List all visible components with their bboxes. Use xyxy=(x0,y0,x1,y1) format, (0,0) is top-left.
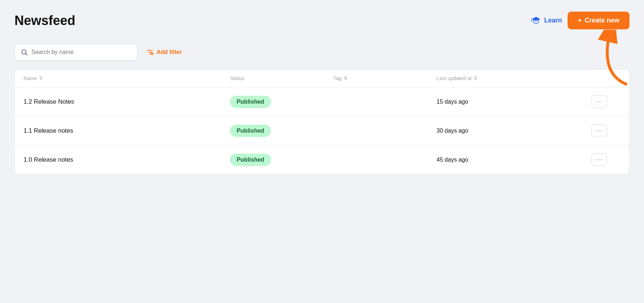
col-header-actions xyxy=(591,75,620,81)
table-header: Name ⇅ Status Tag ⇅ Last updated at ⇅ xyxy=(15,70,629,87)
sort-icon-name[interactable]: ⇅ xyxy=(39,76,43,81)
status-badge-1: Published xyxy=(230,125,333,137)
learn-label: Learn xyxy=(544,17,562,24)
search-input[interactable] xyxy=(32,49,131,55)
search-box[interactable] xyxy=(14,44,138,61)
svg-line-2 xyxy=(26,54,28,55)
row-name-1: 1.1 Release notes xyxy=(24,127,230,134)
col-header-status: Status xyxy=(230,75,333,81)
table-row: 1.0 Release notes Published 45 days ago … xyxy=(15,145,629,174)
plus-icon: + xyxy=(578,17,582,24)
col-header-last-updated: Last updated at ⇅ xyxy=(436,75,591,81)
learn-button[interactable]: Learn xyxy=(531,16,562,26)
sort-icon-tag[interactable]: ⇅ xyxy=(344,76,347,81)
more-button-0[interactable]: ··· xyxy=(591,95,607,108)
sort-icon-last-updated[interactable]: ⇅ xyxy=(474,76,477,81)
create-new-button[interactable]: + Create new xyxy=(568,12,630,29)
create-new-label: Create new xyxy=(585,17,619,24)
actions-0: ··· xyxy=(591,95,620,108)
row-name-2: 1.0 Release notes xyxy=(24,156,230,163)
col-header-tag: Tag ⇅ xyxy=(333,75,436,81)
table-row: 1.2 Release Notes Published 15 days ago … xyxy=(15,87,629,116)
add-filter-label: Add filter xyxy=(156,49,182,55)
page-title: Newsfeed xyxy=(14,13,75,28)
table-container: Name ⇅ Status Tag ⇅ Last updated at ⇅ 1.… xyxy=(14,69,630,174)
table-row: 1.1 Release notes Published 30 days ago … xyxy=(15,116,629,145)
more-button-1[interactable]: ··· xyxy=(591,124,607,137)
learn-icon xyxy=(531,16,541,26)
actions-2: ··· xyxy=(591,153,620,166)
search-icon xyxy=(21,49,28,56)
last-updated-1: 30 days ago xyxy=(436,128,591,134)
status-badge-2: Published xyxy=(230,154,333,166)
last-updated-2: 45 days ago xyxy=(436,157,591,163)
row-name-0: 1.2 Release Notes xyxy=(24,98,230,105)
last-updated-0: 15 days ago xyxy=(436,99,591,105)
more-button-2[interactable]: ··· xyxy=(591,153,607,166)
filter-icon xyxy=(146,49,154,56)
toolbar: Add filter xyxy=(14,44,630,61)
header-actions: Learn + Create new xyxy=(531,12,630,29)
add-filter-button[interactable]: Add filter xyxy=(146,49,182,56)
actions-1: ··· xyxy=(591,124,620,137)
status-badge-0: Published xyxy=(230,96,333,108)
col-header-name: Name ⇅ xyxy=(24,75,230,81)
